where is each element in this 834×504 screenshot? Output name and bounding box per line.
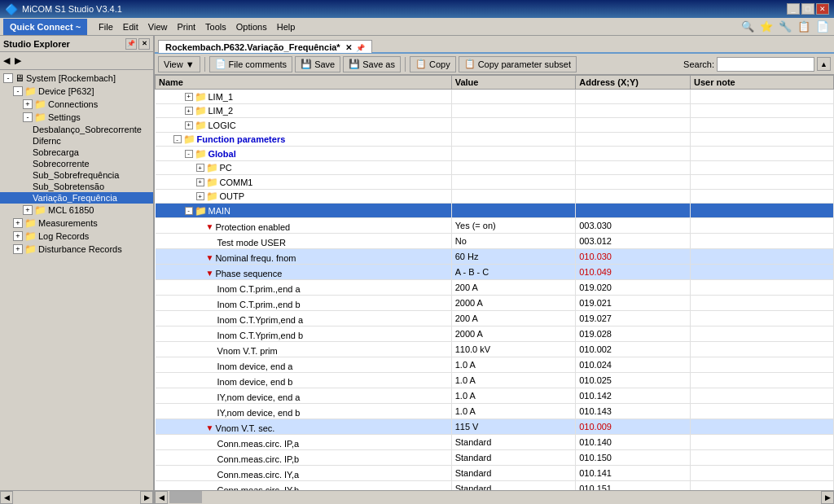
studio-pin-button[interactable]: 📌	[125, 38, 137, 50]
menu-tools[interactable]: Tools	[200, 20, 231, 33]
table-cell-value[interactable]: 1.0 A	[451, 372, 576, 388]
tree-item-measurements[interactable]: + 📁 Measurements	[0, 217, 153, 230]
bottom-scrollbar[interactable]: ◀ ▶	[155, 490, 834, 504]
table-cell-value[interactable]: Yes (= on)	[451, 217, 576, 233]
file-toolbar-icon[interactable]: 📄	[814, 19, 831, 35]
maximize-button[interactable]: □	[801, 3, 814, 15]
expand-device[interactable]: -	[13, 86, 23, 96]
table-cell-value[interactable]	[451, 103, 576, 118]
copy-toolbar-icon[interactable]: 📋	[796, 19, 812, 35]
table-row[interactable]: ▼Vnom V.T. sec.115 V010.009	[156, 419, 834, 434]
menu-view[interactable]: View	[143, 20, 173, 33]
save-as-button[interactable]: 💾 Save as	[343, 56, 401, 72]
studio-header-controls[interactable]: 📌 ✕	[125, 38, 150, 50]
table-row[interactable]: Inom device, end a1.0 A010.024	[156, 357, 834, 372]
table-cell-value[interactable]: Standard	[451, 480, 576, 490]
table-row[interactable]: -📁Function parameters	[156, 132, 834, 147]
tree-item-connections[interactable]: + 📁 Connections	[0, 98, 153, 111]
table-cell-value[interactable]	[451, 118, 576, 133]
table-cell-value[interactable]: 115 V	[451, 419, 576, 434]
table-row[interactable]: Test mode USERNo003.012	[156, 233, 834, 248]
table-row[interactable]: -📁MAIN	[156, 204, 834, 218]
expand-icon[interactable]: +	[185, 107, 193, 115]
minimize-button[interactable]: _	[787, 3, 800, 15]
expand-settings[interactable]: -	[23, 112, 33, 122]
tree-item-disturbance[interactable]: + 📁 Disturbance Records	[0, 243, 153, 256]
table-row[interactable]: ▼Phase sequenceA - B - C010.049	[156, 264, 834, 279]
studio-close-button[interactable]: ✕	[138, 38, 150, 50]
close-button[interactable]: ✕	[816, 3, 829, 15]
table-row[interactable]: IY,nom device, end a1.0 A010.142	[156, 388, 834, 403]
table-cell-value[interactable]: No	[451, 233, 576, 248]
settings-toolbar-icon[interactable]: 🔧	[777, 19, 793, 35]
table-row[interactable]: Vnom V.T. prim110.0 kV010.002	[156, 341, 834, 357]
table-cell-value[interactable]	[451, 189, 576, 204]
table-row[interactable]: +📁COMM1	[156, 175, 834, 190]
table-row[interactable]: +📁OUTP	[156, 189, 834, 204]
expand-log[interactable]: +	[13, 231, 23, 241]
table-row[interactable]: Inom C.T.prim.,end a200 A019.020	[156, 279, 834, 295]
table-row[interactable]: +📁PC	[156, 160, 834, 175]
copy-button[interactable]: 📋 Copy	[410, 56, 456, 72]
tree-item-log[interactable]: + 📁 Log Records	[0, 230, 153, 243]
expand-icon[interactable]: -	[173, 135, 182, 143]
table-cell-value[interactable]: Standard	[451, 434, 576, 449]
table-row[interactable]: Conn.meas.circ. IY,aStandard010.141	[156, 465, 834, 480]
expand-icon[interactable]: +	[196, 164, 204, 172]
table-row[interactable]: ▼Protection enabledYes (= on)003.030	[156, 217, 834, 233]
table-cell-value[interactable]: 1.0 A	[451, 357, 576, 372]
table-cell-value[interactable]: 200 A	[451, 310, 576, 326]
table-cell-value[interactable]: 1.0 A	[451, 403, 576, 419]
tree-item-subsobrefrequencia[interactable]: Sub_Sobrefrequência	[0, 169, 153, 181]
scroll-thumb-area[interactable]	[168, 491, 821, 504]
table-cell-value[interactable]: A - B - C	[451, 264, 576, 279]
search-input[interactable]	[717, 57, 814, 72]
window-controls[interactable]: _ □ ✕	[787, 3, 829, 15]
star-toolbar-icon[interactable]: ⭐	[758, 19, 775, 35]
scroll-up-button[interactable]: ▲	[817, 57, 831, 71]
tree-item-settings[interactable]: - 📁 Settings	[0, 111, 153, 124]
tree-item-variacao[interactable]: Variação_Frequência	[0, 192, 153, 204]
table-cell-value[interactable]: 2000 A	[451, 295, 576, 310]
table-cell-value[interactable]: 200 A	[451, 279, 576, 295]
table-cell-value[interactable]	[451, 90, 576, 104]
expand-icon[interactable]: -	[185, 207, 193, 215]
menu-edit[interactable]: Edit	[118, 20, 143, 33]
tree-item-difernc[interactable]: Difernc	[0, 135, 153, 147]
scroll-right-arrow[interactable]: ▶	[821, 491, 834, 504]
expand-icon[interactable]: -	[185, 150, 193, 158]
table-row[interactable]: Inom C.T.Yprim,end b2000 A019.028	[156, 326, 834, 341]
tree-item-sobrecorrente[interactable]: Sobrecorrente	[0, 158, 153, 169]
expand-measurements[interactable]: +	[13, 218, 23, 228]
tree-item-device[interactable]: - 📁 Device [P632]	[0, 85, 153, 98]
table-row[interactable]: +📁LIM_1	[156, 90, 834, 104]
table-cell-value[interactable]: Standard	[451, 465, 576, 480]
table-cell-value[interactable]	[451, 147, 576, 161]
studio-back-button[interactable]: ◀	[3, 55, 10, 66]
table-row[interactable]: +📁LIM_2	[156, 103, 834, 118]
studio-toolbar[interactable]: ◀ ▶	[0, 52, 153, 70]
scroll-thumb[interactable]	[169, 491, 202, 503]
scroll-left-arrow[interactable]: ◀	[155, 491, 168, 504]
table-cell-value[interactable]	[451, 175, 576, 190]
table-row[interactable]: Conn.meas.circ. IP,aStandard010.140	[156, 434, 834, 449]
scroll-right-button[interactable]: ▶	[140, 491, 153, 504]
tab-pin-icon[interactable]: 📌	[356, 44, 365, 52]
scroll-left-button[interactable]: ◀	[0, 491, 13, 504]
view-button[interactable]: View ▼	[158, 56, 200, 72]
main-tab[interactable]: Rockembach.P632.Variação_Frequência* ✕ 📌	[158, 40, 372, 53]
table-row[interactable]: +📁LOGIC	[156, 118, 834, 133]
studio-bottom-scroll[interactable]: ◀ ▶	[0, 490, 153, 504]
menu-print[interactable]: Print	[172, 20, 200, 33]
table-row[interactable]: Inom device, end b1.0 A010.025	[156, 372, 834, 388]
table-row[interactable]: -📁Global	[156, 147, 834, 161]
table-cell-value[interactable]: Standard	[451, 449, 576, 465]
tree-item-mcl[interactable]: + 📁 MCL 61850	[0, 204, 153, 217]
search-toolbar-icon[interactable]: 🔍	[740, 19, 756, 35]
menu-help[interactable]: Help	[272, 20, 301, 33]
table-row[interactable]: Inom C.T.Yprim,end a200 A019.027	[156, 310, 834, 326]
quick-connect-button[interactable]: Quick Connect ~	[3, 19, 87, 35]
studio-forward-button[interactable]: ▶	[15, 55, 21, 66]
tree-item-sobrecarga[interactable]: Sobrecarga	[0, 147, 153, 158]
table-row[interactable]: ▼Nominal frequ. fnom60 Hz010.030	[156, 248, 834, 264]
